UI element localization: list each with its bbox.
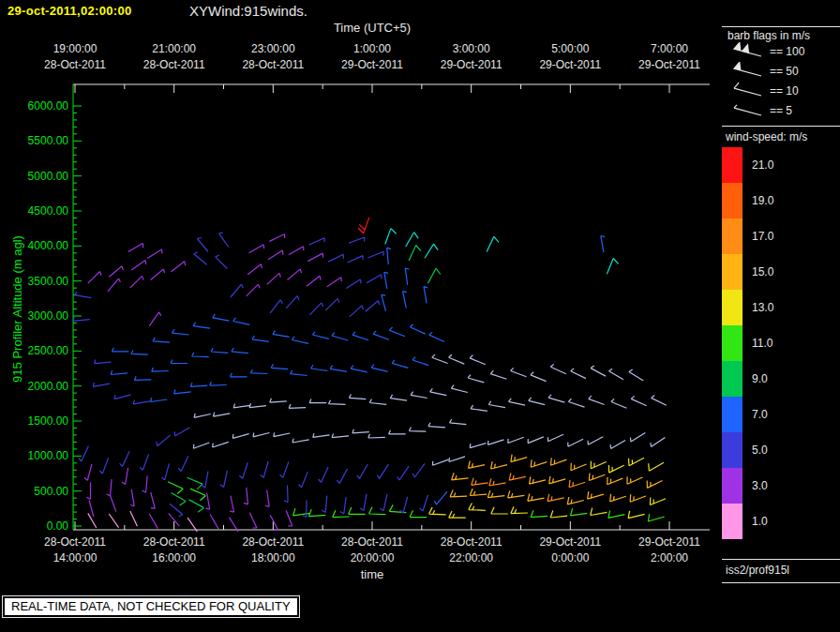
wind-barb [340,497,346,514]
wind-barb [650,498,666,505]
top-axis-tick-time: 5:00:00 [551,42,589,55]
wind-barb [249,513,257,528]
wind-barb [649,462,664,471]
wind-barb [548,434,564,441]
bottom-axis-tick-date: 29-Oct-2011 [539,535,601,549]
wind-barb [591,461,606,469]
wind-barb [313,433,330,437]
wind-barb [178,456,188,471]
wind-barb [610,441,625,449]
wind-barb [187,477,202,489]
colorbar-label: 7.0 [752,408,768,421]
wind-barb [390,395,407,400]
wind-barb-chart: 19:00:0028-Oct-201121:00:0028-Oct-201123… [0,0,840,632]
wind-barb [293,508,310,516]
wind-barb [360,494,367,511]
colorbar-swatch [722,218,742,254]
wind-barb [449,457,465,462]
barb-symbol-icon [724,101,765,120]
wind-barb [249,403,266,407]
wind-barb [358,218,369,233]
wind-barb [239,462,248,478]
wind-barb [589,396,605,404]
wind-barb [588,491,604,499]
wind-barb [489,478,506,486]
colorbar-swatch [722,504,742,539]
colorbar-row: 1.0 [722,504,773,539]
wind-barb [309,303,322,315]
wind-barb [627,476,643,484]
colorbar-label: 17.0 [752,230,773,243]
bottom-axis-tick-time: 18:00:00 [251,551,295,564]
wind-barb [601,236,605,253]
wind-barb [108,278,120,292]
colorbar-label: 9.0 [752,372,768,385]
left-axis-tick-label: 2500.00 [28,344,69,357]
wind-barb [142,475,148,492]
wind-barb [232,348,248,354]
wind-barb [609,369,624,380]
wind-barb [511,455,527,462]
wind-barb [369,399,386,405]
wind-barb [389,327,405,337]
bottom-axis-tick-date: 28-Oct-2011 [242,535,304,549]
barb-legend: == 100== 50== 10== 5 [724,41,804,120]
barb-symbol [734,62,761,76]
top-axis-tick-time: 1:00:00 [353,42,391,55]
wind-barb [491,461,507,469]
wind-barb [84,464,92,480]
top-axis-tick-date: 29-Oct-2011 [341,58,403,71]
wind-barb [107,479,112,496]
bottom-axis-tick-time: 14:00:00 [53,551,98,564]
wind-barb [366,301,380,312]
wind-barb [511,506,528,513]
top-axis-tick-date: 28-Oct-2011 [44,58,106,71]
wind-barb [140,454,148,470]
wind-barb [131,261,146,270]
wind-barb [161,463,169,479]
top-axis-tick-time: 23:00:00 [251,42,295,55]
wind-barb [109,266,123,278]
wind-barb [548,494,564,502]
wind-barb [267,273,281,284]
colorbar-label: 5.0 [752,444,768,457]
wind-barb [130,489,134,506]
wind-barb [289,404,306,408]
wind-barb [568,439,583,446]
colorbar-row: 11.0 [722,325,773,361]
wind-barb [332,333,348,340]
bottom-axis-tick-time: 22:00:00 [449,551,493,564]
wind-barb [190,383,207,386]
wind-barb [509,473,526,480]
wind-barb [311,365,328,370]
left-axis-tick-label: 1500.00 [28,414,69,428]
top-axis-tick-date: 29-Oct-2011 [539,58,601,71]
wind-barb [411,392,428,399]
wind-barb [330,366,347,372]
wind-barb [244,488,248,504]
wind-barb [230,496,233,513]
wind-barb [205,493,209,510]
wind-barb [131,350,148,354]
wind-barb [608,465,623,473]
wind-barb [398,466,409,480]
wind-barb [425,244,438,258]
wind-barb [405,268,409,285]
wind-barb [567,497,584,504]
colorbar-row: 3.0 [722,468,773,504]
bottom-axis-tick-time: 2:00:00 [651,551,688,564]
barb-legend-row: == 100 [724,41,804,61]
wind-barb [280,462,289,478]
wind-barb [387,248,391,264]
barb-legend-row: == 10 [724,81,804,100]
wind-barb [88,272,101,284]
wind-barb [392,360,408,368]
wind-barb [551,458,567,465]
wind-barb [75,292,92,298]
wind-barb [508,437,524,443]
wind-barb [432,354,448,363]
wind-barb [652,396,667,406]
colorbar-swatch [722,325,742,361]
wind-barb [631,396,647,405]
colorbar-row: 17.0 [722,218,773,254]
